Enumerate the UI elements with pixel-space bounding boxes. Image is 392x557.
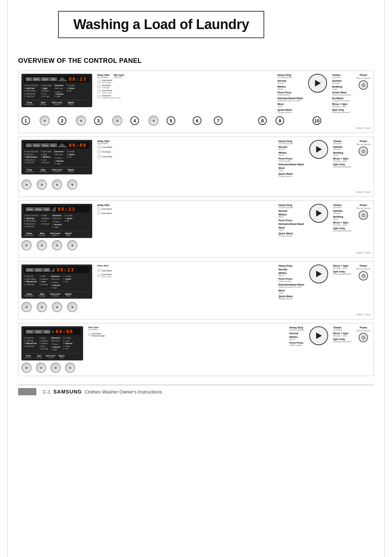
dot <box>24 284 25 285</box>
display-3: Wash Rinse Spin 88:23 <box>24 206 90 213</box>
cycle-normal: Normal Normal <box>277 80 303 84</box>
delay-start-2: Delay Start Départ différé <box>97 140 110 145</box>
knob-5-spin[interactable] <box>36 363 46 373</box>
knob-4-soil[interactable] <box>52 302 62 312</box>
cycle-col-1: Heavy Duty Grande capacité Normal Normal… <box>277 74 303 113</box>
tab-rinse[interactable]: Rinse <box>41 77 49 81</box>
tab2-rinse[interactable]: Rinse <box>41 144 49 147</box>
c-dl-3: Delicates/Hand Wash <box>278 223 304 225</box>
power-label-2: Power <box>360 140 367 142</box>
callout-9: 9 <box>275 116 284 125</box>
right-section-1: Heavy Duty Grande capacité Normal Normal… <box>274 74 371 113</box>
power-button-2[interactable]: ⏻ <box>359 146 368 156</box>
extra-spin: Extra spinDélicats/Lavage à la main <box>97 94 269 99</box>
panel-3: Wash Rinse Spin 88:23 Extra Hot/Cold <box>18 201 374 258</box>
tab4-rinse[interactable]: Rinse <box>34 268 42 272</box>
opt: Medium <box>40 340 48 342</box>
dot <box>41 88 42 89</box>
tab3-spin[interactable]: Spin <box>43 207 50 211</box>
opt: Normal <box>63 342 72 344</box>
opt-off: Off <box>67 90 75 92</box>
knob-dot <box>26 306 28 308</box>
play-button-5[interactable] <box>309 326 328 345</box>
power-button-3[interactable]: ⏻ <box>359 210 368 220</box>
display-tabs-3: Wash Rinse Spin <box>26 207 50 211</box>
tab5-wash[interactable]: Wash <box>26 330 34 334</box>
knob-4-signal[interactable] <box>67 302 77 312</box>
tab3-rinse[interactable]: Rinse <box>34 207 42 211</box>
opt: Warm/Warm <box>24 220 38 222</box>
c-bd-3: BeddingDraps <box>333 215 351 220</box>
knob-5-signal[interactable] <box>65 363 75 373</box>
kl-s3: SpinEssorage <box>37 232 47 236</box>
tab4-spin[interactable]: Spin <box>43 268 50 272</box>
knob-3-spin[interactable] <box>37 240 47 250</box>
kl-temp-2: TempTemperature <box>24 169 35 173</box>
dot <box>40 348 41 350</box>
spin-opts-3: High Medium Low No Spin <box>41 214 50 228</box>
knob-dot <box>72 184 73 186</box>
dot <box>67 154 68 155</box>
extra-opts-5: Garment+ Child Lock Heavy Normal Light <box>51 337 61 351</box>
middle-section-1: Delay Start Départ différé My Cycle Mon … <box>95 74 271 99</box>
cycle-quick-wash: Quick Wash Lavage express <box>277 109 303 113</box>
dot <box>24 218 25 219</box>
dot <box>24 343 25 344</box>
opt: Garment+ <box>54 150 64 153</box>
play-area-5 <box>309 326 328 345</box>
knob-2-temp[interactable] <box>21 179 32 190</box>
tab2-wash[interactable]: Wash <box>33 144 41 147</box>
tab5-rinse[interactable]: Rinse <box>34 330 42 334</box>
kl-t5: TempTempérature <box>24 355 33 359</box>
knob-5-soil[interactable] <box>50 363 61 373</box>
ew-btn-2 <box>97 145 101 149</box>
tab-wash[interactable]: Wash <box>33 77 41 81</box>
tab-pre[interactable]: Pre <box>26 77 32 81</box>
c-wh-4: WhitesBlancs <box>278 272 304 277</box>
dot <box>54 163 56 164</box>
power-button-1[interactable]: ⏻ <box>359 80 368 90</box>
knob-signal-circle-1[interactable] <box>148 116 159 126</box>
ew-5: Extra RinseDélicats/Lavage <box>88 332 281 337</box>
knob-3-temp[interactable] <box>21 240 32 250</box>
knob-temp-circle-1[interactable] <box>40 116 50 126</box>
opt-extra-hot-cold: Extra Hot/Cold <box>24 84 38 86</box>
btn <box>97 211 101 215</box>
knob-2-soil[interactable] <box>52 179 62 190</box>
tab5-spin[interactable]: Spin <box>43 330 50 334</box>
dot <box>24 154 25 155</box>
play-button-2[interactable] <box>309 140 328 159</box>
knob-4-spin[interactable] <box>37 302 47 312</box>
power-button-4[interactable]: ⏻ <box>359 271 368 280</box>
tab4-wash[interactable]: Wash <box>26 268 34 272</box>
opt-warm-cold: Warm/Cold <box>24 93 38 95</box>
tab2-pre[interactable]: Pre <box>26 144 32 147</box>
play-button-4[interactable] <box>309 265 328 283</box>
knob-spin-circle-1[interactable] <box>76 116 86 126</box>
bar-4 <box>62 77 62 81</box>
knob-2-signal[interactable] <box>67 179 77 190</box>
tab3-wash[interactable]: Wash <box>26 207 34 211</box>
play-button-1[interactable] <box>308 74 327 93</box>
play-button-3[interactable] <box>309 204 328 223</box>
cycle-sa-2: SanitizeSanitaire <box>333 146 351 150</box>
opt: Light <box>51 287 61 289</box>
tab-spin[interactable]: Spin <box>50 77 57 81</box>
kl-soil: Soil Level Souillure <box>52 101 62 105</box>
knob-5-temp[interactable] <box>21 363 32 373</box>
btn <box>97 207 101 210</box>
wash-extras: Extra WashExtra lavage Pre WashPrélavage… <box>97 79 269 99</box>
opt: Light <box>52 226 62 228</box>
knob-2-spin[interactable] <box>37 179 47 190</box>
knob-dot <box>80 120 82 122</box>
power-button-5[interactable]: ⏻ <box>359 333 368 342</box>
opt: Garment+ <box>52 214 62 217</box>
knob-4-temp[interactable] <box>21 302 32 312</box>
knob-soil-circle-1[interactable] <box>112 116 122 126</box>
power-label-4: Power <box>360 265 367 267</box>
opt: High <box>41 153 52 156</box>
knob-3-signal[interactable] <box>67 240 77 250</box>
dot <box>41 159 42 161</box>
knob-3-soil[interactable] <box>52 240 62 250</box>
tab2-spin[interactable]: Spin <box>50 144 57 147</box>
